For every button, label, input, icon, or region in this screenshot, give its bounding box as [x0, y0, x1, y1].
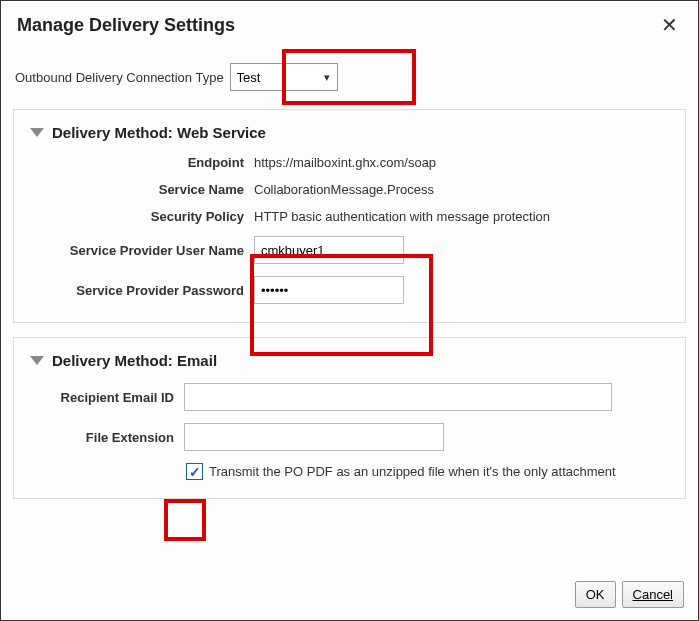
connection-type-label: Outbound Delivery Connection Type	[15, 70, 224, 85]
dialog-body: Outbound Delivery Connection Type Test ▾…	[1, 45, 698, 525]
username-row: Service Provider User Name	[30, 236, 669, 264]
dialog-footer: OK Cancel	[575, 581, 684, 608]
security-policy-label: Security Policy	[30, 209, 254, 224]
extension-label: File Extension	[30, 430, 184, 445]
recipient-label: Recipient Email ID	[30, 390, 184, 405]
web-service-panel: Delivery Method: Web Service Endpoint ht…	[13, 109, 686, 323]
dialog: Manage Delivery Settings ✕ Outbound Deli…	[0, 0, 699, 621]
username-value-wrap	[254, 236, 669, 264]
username-input[interactable]	[254, 236, 404, 264]
recipient-value-wrap	[184, 383, 669, 411]
transmit-checkbox-label: Transmit the PO PDF as an unzipped file …	[209, 464, 616, 479]
security-policy-value: HTTP basic authentication with message p…	[254, 209, 669, 224]
email-panel-header[interactable]: Delivery Method: Email	[30, 352, 669, 369]
service-name-label: Service Name	[30, 182, 254, 197]
connection-type-select[interactable]: Test	[230, 63, 338, 91]
dialog-header: Manage Delivery Settings ✕	[1, 1, 698, 45]
username-label: Service Provider User Name	[30, 243, 254, 258]
service-name-value: CollaborationMessage.Process	[254, 182, 669, 197]
endpoint-value: https://mailboxint.ghx.com/soap	[254, 155, 669, 170]
disclosure-icon	[30, 128, 44, 137]
recipient-row: Recipient Email ID	[30, 383, 669, 411]
transmit-checkbox[interactable]	[186, 463, 203, 480]
password-input[interactable]	[254, 276, 404, 304]
email-panel: Delivery Method: Email Recipient Email I…	[13, 337, 686, 499]
cancel-button[interactable]: Cancel	[622, 581, 684, 608]
password-value-wrap	[254, 276, 669, 304]
dialog-title: Manage Delivery Settings	[17, 15, 235, 36]
service-name-row: Service Name CollaborationMessage.Proces…	[30, 182, 669, 197]
recipient-email-input[interactable]	[184, 383, 612, 411]
web-service-panel-header[interactable]: Delivery Method: Web Service	[30, 124, 669, 141]
file-extension-input[interactable]	[184, 423, 444, 451]
connection-type-row: Outbound Delivery Connection Type Test ▾	[13, 63, 686, 91]
endpoint-row: Endpoint https://mailboxint.ghx.com/soap	[30, 155, 669, 170]
transmit-checkbox-row: Transmit the PO PDF as an unzipped file …	[186, 463, 669, 480]
close-icon[interactable]: ✕	[657, 13, 682, 37]
connection-type-select-wrap: Test ▾	[230, 63, 338, 91]
disclosure-icon	[30, 356, 44, 365]
security-policy-row: Security Policy HTTP basic authenticatio…	[30, 209, 669, 224]
web-service-panel-title: Delivery Method: Web Service	[52, 124, 266, 141]
email-panel-title: Delivery Method: Email	[52, 352, 217, 369]
password-row: Service Provider Password	[30, 276, 669, 304]
endpoint-label: Endpoint	[30, 155, 254, 170]
extension-row: File Extension	[30, 423, 669, 451]
password-label: Service Provider Password	[30, 283, 254, 298]
ok-button[interactable]: OK	[575, 581, 616, 608]
extension-value-wrap	[184, 423, 669, 451]
